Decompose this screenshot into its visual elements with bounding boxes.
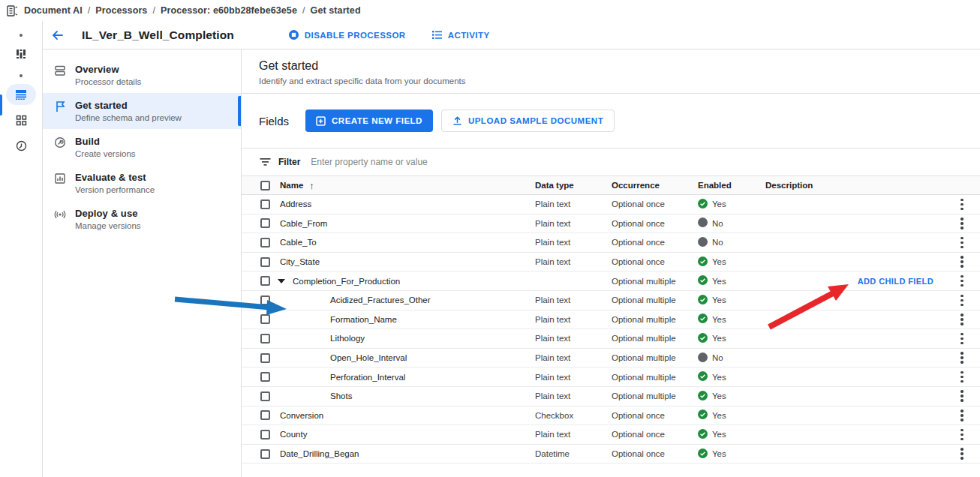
enabled-cell: Yes (698, 333, 765, 344)
enabled-check-icon (698, 256, 708, 268)
sidebar-item-overview[interactable]: OverviewProcessor details (43, 57, 241, 93)
row-overflow-menu-icon[interactable] (958, 407, 966, 424)
checkbox-cell (242, 353, 270, 363)
occurrence-cell: Optional once (612, 238, 698, 247)
row-checkbox[interactable] (260, 449, 270, 459)
row-overflow-menu-icon[interactable] (958, 254, 966, 270)
row-menu-cell (944, 292, 980, 309)
breadcrumb-separator: / (88, 5, 91, 16)
name-cell: Open_Hole_Interval (270, 353, 535, 362)
row-overflow-menu-icon[interactable] (958, 215, 966, 232)
sidebar-item-build[interactable]: BuildCreate versions (43, 129, 241, 165)
processor-title-bar: IL_Ver_B_Well_Completion DISABLE PROCESS… (43, 21, 980, 50)
row-checkbox[interactable] (260, 314, 270, 324)
row-overflow-menu-icon[interactable] (958, 273, 966, 290)
sidebar-item-sublabel: Define schema and preview (75, 113, 182, 122)
occurrence-cell: Optional multiple (612, 373, 698, 382)
select-all-checkbox[interactable] (260, 181, 270, 190)
row-checkbox[interactable] (260, 296, 270, 305)
rail-dashboard-icon[interactable] (6, 44, 36, 64)
row-overflow-menu-icon[interactable] (958, 388, 966, 404)
row-checkbox[interactable] (260, 410, 270, 420)
field-name: Shots (330, 392, 352, 400)
row-menu-cell (944, 215, 980, 232)
row-overflow-menu-icon[interactable] (958, 311, 966, 328)
breadcrumb-item[interactable]: Processors (95, 5, 147, 16)
occurrence-cell: Optional once (612, 430, 698, 439)
enabled-value: Yes (712, 449, 726, 458)
disabled-dot-icon (698, 352, 708, 364)
row-overflow-menu-icon[interactable] (958, 369, 966, 386)
row-overflow-menu-icon[interactable] (958, 446, 966, 462)
upload-sample-document-button[interactable]: UPLOAD SAMPLE DOCUMENT (441, 110, 615, 132)
name-cell: Conversion (270, 411, 535, 420)
field-name: Conversion (280, 411, 323, 420)
row-overflow-menu-icon[interactable] (958, 196, 966, 213)
row-checkbox[interactable] (260, 200, 270, 209)
column-header-data-type[interactable]: Data type (535, 181, 612, 190)
enabled-value: Yes (712, 200, 726, 208)
create-new-field-label: CREATE NEW FIELD (332, 116, 422, 125)
row-checkbox[interactable] (260, 238, 270, 248)
disabled-dot-icon (698, 218, 708, 229)
field-name: Acidized_Fractures_Other (330, 296, 431, 304)
activity-button[interactable]: ACTIVITY (424, 26, 498, 44)
sidebar-item-label: Overview (75, 64, 141, 75)
enabled-cell: No (698, 218, 765, 229)
collapse-expander-icon[interactable] (278, 279, 285, 284)
column-header-name[interactable]: Name (280, 181, 303, 190)
row-checkbox[interactable] (260, 392, 270, 401)
sidebar-item-evaluate-test[interactable]: Evaluate & testVersion performance (43, 165, 241, 201)
sidebar-item-deploy-use[interactable]: Deploy & useManage versions (43, 201, 241, 237)
filter-label: Filter (278, 157, 300, 167)
data-type-cell: Plain text (535, 315, 612, 324)
column-header-description[interactable]: Description (765, 181, 813, 190)
name-cell: Cable_From (270, 219, 535, 228)
row-checkbox[interactable] (260, 372, 270, 382)
data-type-cell: Plain text (535, 257, 612, 266)
name-cell: Address (270, 200, 535, 208)
stop-circle-icon (288, 29, 299, 40)
sidebar-item-text: BuildCreate versions (75, 136, 136, 158)
enabled-cell: Yes (698, 410, 765, 421)
filter-icon (260, 158, 271, 166)
row-overflow-menu-icon[interactable] (958, 292, 966, 309)
breadcrumb-item[interactable]: Processor: e60bb28febe63e5e (161, 5, 297, 16)
name-cell: City_State (270, 257, 535, 266)
breadcrumb-item[interactable]: Document AI (24, 5, 83, 16)
add-child-field-link[interactable]: ADD CHILD FIELD (858, 277, 933, 286)
sort-ascending-icon[interactable]: ↑ (309, 180, 314, 191)
row-checkbox[interactable] (260, 257, 270, 267)
column-header-enabled[interactable]: Enabled (698, 181, 765, 190)
rail-grid-icon[interactable] (6, 110, 36, 130)
occurrence-cell: Optional multiple (612, 392, 698, 400)
sidebar-item-get-started[interactable]: Get startedDefine schema and preview (43, 93, 241, 129)
column-header-occurrence[interactable]: Occurrence (612, 181, 698, 190)
field-name: Date_Drilling_Began (280, 449, 359, 458)
row-menu-cell (944, 446, 980, 462)
disable-processor-button[interactable]: DISABLE PROCESSOR (281, 25, 413, 45)
data-type-cell: Plain text (535, 373, 612, 382)
name-cell: Completion_For_Production (270, 277, 535, 286)
table-row: LithologyPlain textOptional multipleYes (242, 329, 980, 349)
filter-bar: Filter (242, 148, 980, 176)
row-checkbox[interactable] (260, 334, 270, 344)
rail-history-icon[interactable] (6, 135, 36, 156)
back-button[interactable] (44, 22, 71, 49)
rail-processors-icon[interactable] (6, 84, 36, 105)
row-checkbox[interactable] (260, 430, 270, 440)
filter-input[interactable] (311, 157, 626, 167)
breadcrumb-item[interactable]: Get started (311, 5, 361, 16)
row-overflow-menu-icon[interactable] (958, 350, 966, 366)
row-overflow-menu-icon[interactable] (958, 331, 966, 347)
row-menu-cell (944, 427, 980, 443)
row-checkbox[interactable] (260, 353, 270, 363)
row-checkbox[interactable] (260, 276, 270, 286)
enabled-cell: Yes (698, 371, 765, 382)
row-checkbox[interactable] (260, 218, 270, 228)
row-overflow-menu-icon[interactable] (958, 235, 966, 251)
row-overflow-menu-icon[interactable] (958, 427, 966, 443)
name-cell: Acidized_Fractures_Other (270, 296, 535, 304)
row-menu-cell (944, 311, 980, 328)
create-new-field-button[interactable]: CREATE NEW FIELD (305, 110, 433, 132)
